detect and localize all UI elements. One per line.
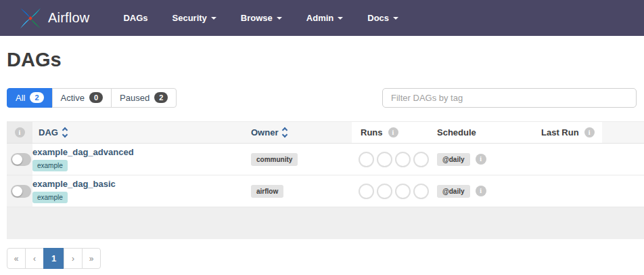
pause-toggle[interactable]	[11, 185, 31, 198]
header-owner-sort[interactable]: Owner	[246, 122, 352, 143]
schedule-badge[interactable]: @daily	[437, 185, 470, 198]
filter-dags-by-tag-input[interactable]	[382, 88, 637, 108]
table-footer-strip	[7, 207, 644, 239]
header-last-run: Last Run	[534, 122, 602, 143]
sort-carets-icon	[283, 128, 287, 137]
nav-item-docs-label: Docs	[367, 13, 389, 23]
schedule-cell: @daily	[433, 144, 534, 175]
header-dag-sort[interactable]: DAG	[32, 122, 246, 143]
info-icon[interactable]	[476, 154, 486, 165]
run-circle-running[interactable]	[395, 152, 411, 167]
page-title: DAGs	[7, 49, 644, 71]
sort-carets-icon	[63, 128, 67, 137]
owner-badge[interactable]: community	[251, 153, 298, 166]
brand-label: Airflow	[48, 10, 89, 26]
header-schedule: Schedule	[433, 122, 534, 143]
pagination-prev-button[interactable]: ‹	[25, 248, 44, 269]
caret-down-icon	[393, 17, 398, 20]
nav-item-dags[interactable]: DAGs	[123, 13, 147, 23]
main-content: DAGs All 2 Active 0 Paused 2 DAG	[0, 49, 644, 269]
run-circle-failed[interactable]	[413, 184, 429, 199]
filter-all-label: All	[16, 93, 25, 103]
filter-active-count-badge: 0	[89, 92, 103, 103]
schedule-cell: @daily	[433, 175, 534, 207]
run-circle-failed[interactable]	[413, 152, 429, 167]
row-toggle-cell	[7, 144, 32, 175]
run-circle-success[interactable]	[377, 184, 392, 199]
pagination: « ‹ 1 › »	[7, 248, 101, 269]
run-status-circles	[359, 152, 429, 167]
dag-link[interactable]: example_dag_basic	[32, 179, 116, 190]
info-icon[interactable]	[388, 127, 398, 138]
nav-item-security[interactable]: Security	[172, 13, 216, 23]
extra-cell	[602, 175, 644, 207]
filter-all-button[interactable]: All 2	[7, 88, 53, 108]
runs-cell	[352, 144, 433, 175]
filter-active-label: Active	[61, 93, 85, 103]
run-circle-running[interactable]	[395, 184, 411, 199]
filter-active-button[interactable]: Active 0	[52, 88, 112, 108]
header-last-run-label: Last Run	[541, 127, 579, 138]
owner-cell: community	[246, 144, 352, 175]
navbar: Airflow DAGs Security Browse Admin Docs	[0, 0, 644, 36]
info-icon[interactable]	[15, 127, 25, 138]
nav-item-docs[interactable]: Docs	[367, 13, 398, 23]
pagination-page-1[interactable]: 1	[43, 248, 64, 269]
header-runs-label: Runs	[361, 127, 383, 138]
info-icon[interactable]	[584, 127, 595, 138]
runs-cell	[352, 175, 433, 207]
table-row: example_dag_basic example airflow @daily	[7, 175, 644, 207]
filter-paused-label: Paused	[120, 93, 150, 103]
header-extra-cell	[602, 122, 644, 143]
nav-item-browse-label: Browse	[241, 13, 273, 23]
dags-table: DAG Owner Runs Schedule Last Run	[7, 121, 644, 239]
filter-paused-button[interactable]: Paused 2	[111, 88, 177, 108]
header-owner-label: Owner	[251, 127, 278, 138]
pagination-last-button[interactable]: »	[82, 248, 101, 269]
schedule-badge[interactable]: @daily	[437, 153, 470, 166]
row-toggle-cell	[7, 175, 32, 207]
table-header-row: DAG Owner Runs Schedule Last Run	[7, 121, 644, 144]
header-info-cell	[7, 122, 32, 143]
header-runs: Runs	[352, 122, 433, 143]
header-schedule-label: Schedule	[437, 127, 476, 138]
airflow-brand[interactable]: Airflow	[19, 7, 89, 30]
caret-down-icon	[277, 17, 282, 20]
dag-link[interactable]: example_dag_advanced	[32, 147, 134, 158]
table-row: example_dag_advanced example community @…	[7, 144, 644, 175]
nav-item-admin[interactable]: Admin	[306, 13, 343, 23]
dag-tag-badge[interactable]: example	[32, 160, 68, 171]
last-run-cell	[534, 175, 602, 207]
controls-row: All 2 Active 0 Paused 2	[7, 88, 644, 108]
dag-tag-badge[interactable]: example	[32, 192, 68, 203]
caret-down-icon	[211, 17, 216, 20]
run-circle-success[interactable]	[377, 152, 392, 167]
pagination-next-button[interactable]: ›	[64, 248, 83, 269]
filter-all-count-badge: 2	[30, 92, 43, 103]
nav-item-security-label: Security	[172, 13, 207, 23]
dag-cell: example_dag_basic example	[32, 175, 246, 207]
nav-item-dags-label: DAGs	[123, 13, 147, 23]
last-run-cell	[534, 144, 602, 175]
info-icon[interactable]	[476, 186, 486, 196]
run-circle-queued[interactable]	[359, 184, 374, 199]
pause-toggle[interactable]	[11, 153, 31, 166]
extra-cell	[602, 144, 644, 175]
run-circle-queued[interactable]	[359, 152, 374, 167]
owner-cell: airflow	[246, 175, 352, 207]
dag-filter-button-group: All 2 Active 0 Paused 2	[7, 88, 177, 108]
owner-badge[interactable]: airflow	[251, 185, 283, 198]
header-dag-label: DAG	[39, 127, 58, 138]
caret-down-icon	[338, 17, 343, 20]
airflow-pinwheel-icon	[19, 7, 42, 30]
pagination-first-button[interactable]: «	[7, 248, 26, 269]
nav-item-browse[interactable]: Browse	[241, 13, 282, 23]
run-status-circles	[359, 184, 429, 199]
dag-cell: example_dag_advanced example	[32, 144, 246, 175]
nav-item-admin-label: Admin	[306, 13, 334, 23]
filter-paused-count-badge: 2	[154, 92, 168, 103]
nav-menu: DAGs Security Browse Admin Docs	[123, 13, 398, 23]
